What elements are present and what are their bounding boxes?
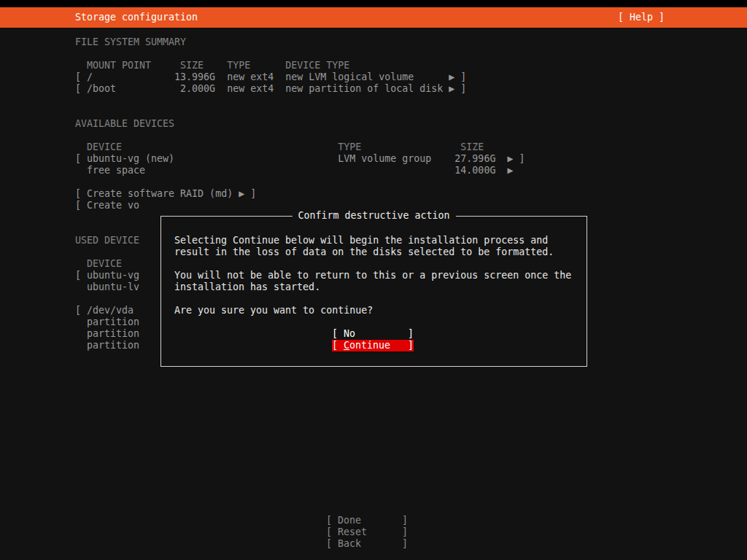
ud-column-header: DEVICE (75, 258, 122, 270)
fss-column-headers: MOUNT POINT SIZE TYPE DEVICE TYPE (75, 60, 349, 71)
continue-button-accelerator: C (344, 340, 349, 351)
continue-button-prefix: [ (332, 340, 344, 351)
installer-screen: Storage configuration [ Help ] FILE SYST… (0, 0, 747, 560)
fss-row-boot[interactable]: [ /boot 2.000G new ext4 new partition of… (75, 83, 466, 95)
ad-row-free-space: free space 14.000G ▶ (75, 165, 513, 176)
continue-button[interactable]: [ Continue ] (332, 340, 414, 351)
create-software-raid-button[interactable]: [ Create software RAID (md) ▶ ] (75, 188, 256, 200)
back-button[interactable]: [ Back ] (326, 538, 408, 550)
dialog-question: Are you sure you want to continue? (174, 305, 373, 316)
continue-button-suffix: ontinue ] (349, 340, 414, 351)
ud-row-dev-vda[interactable]: [ /dev/vda (75, 305, 133, 316)
ad-column-headers: DEVICE TYPE SIZE (75, 141, 484, 153)
ud-row-partition-1: partition (75, 316, 139, 328)
ud-row-ubuntu-lv: ubuntu-lv (75, 281, 139, 293)
dialog-body-line-2: result in the loss of data on the disks … (174, 246, 554, 258)
fss-row-root[interactable]: [ / 13.996G new ext4 new LVM logical vol… (75, 71, 466, 83)
available-devices-heading: AVAILABLE DEVICES (75, 118, 174, 130)
confirm-destructive-action-dialog: Confirm destructive action Selecting Con… (160, 216, 587, 367)
page-title: Storage configuration (75, 12, 198, 23)
ud-row-partition-3: partition (75, 340, 139, 351)
dialog-body-line-1: Selecting Continue below will begin the … (174, 235, 548, 246)
title-bar: Storage configuration [ Help ] (0, 7, 747, 28)
dialog-body-line-3: You will not be able to return to this o… (174, 270, 571, 281)
no-button[interactable]: [ No ] (332, 328, 414, 340)
dialog-title: Confirm destructive action (292, 210, 455, 222)
create-volume-group-button[interactable]: [ Create vo (75, 200, 139, 211)
file-system-summary-heading: FILE SYSTEM SUMMARY (75, 36, 186, 48)
reset-button[interactable]: [ Reset ] (326, 526, 408, 538)
ud-row-ubuntu-vg[interactable]: [ ubuntu-vg (75, 270, 139, 281)
used-devices-heading: USED DEVICE (75, 235, 139, 246)
ud-row-partition-2: partition (75, 328, 139, 340)
done-button[interactable]: [ Done ] (326, 515, 408, 526)
ad-row-ubuntu-vg[interactable]: [ ubuntu-vg (new) LVM volume group 27.99… (75, 153, 525, 165)
help-button[interactable]: [ Help ] (618, 12, 665, 23)
dialog-body-line-4: installation has started. (174, 281, 320, 293)
top-black-strip (0, 0, 747, 7)
